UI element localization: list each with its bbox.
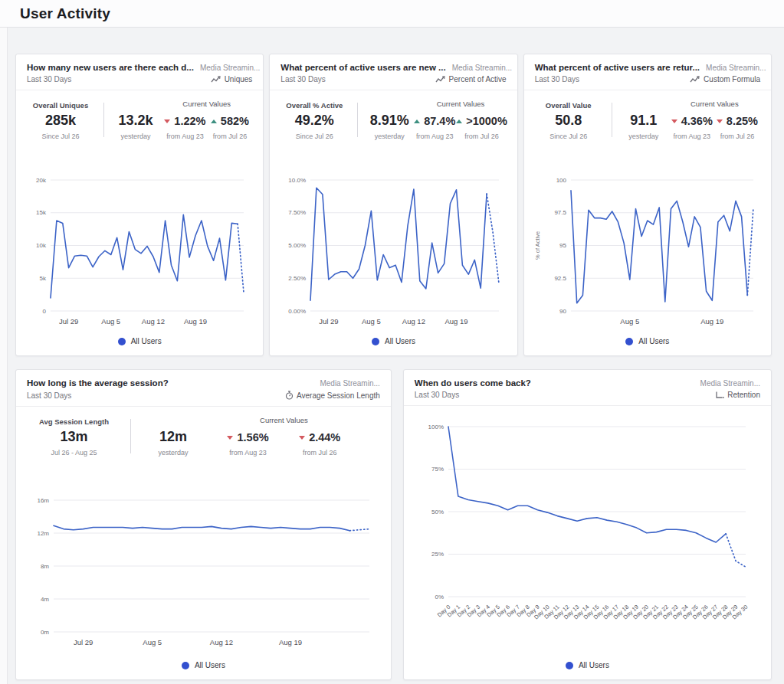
svg-text:90: 90 bbox=[559, 308, 566, 315]
stats-strip: Overall % Active 49.2% Since Jul 26 8.91… bbox=[270, 90, 517, 142]
svg-text:2.50%: 2.50% bbox=[289, 275, 307, 282]
stat-label: Overall Uniques bbox=[28, 101, 93, 110]
stat-value: 8.91% bbox=[366, 113, 413, 129]
legend-label: All Users bbox=[195, 661, 225, 669]
svg-text:Aug 12: Aug 12 bbox=[210, 638, 233, 646]
svg-text:97.5: 97.5 bbox=[554, 209, 566, 216]
delta-direction-icon bbox=[717, 119, 723, 123]
delta-stat: 2.44% from Jul 26 bbox=[299, 431, 340, 457]
stat-label: Avg Session Length bbox=[39, 417, 109, 426]
page-header: User Activity bbox=[0, 0, 784, 28]
svg-text:100: 100 bbox=[556, 177, 566, 184]
svg-text:0%: 0% bbox=[435, 593, 444, 600]
card-header: How long is the average session? Media S… bbox=[16, 370, 391, 407]
card-title-link[interactable]: What percent of active users are new ... bbox=[280, 63, 445, 72]
divider bbox=[103, 103, 104, 137]
current-values-label: Current Values bbox=[413, 100, 507, 108]
delta-stat: 87.4% from Aug 23 bbox=[414, 115, 455, 140]
card-title-link[interactable]: How long is the average session? bbox=[27, 378, 169, 388]
metric-type: Custom Formula bbox=[690, 75, 760, 83]
delta-value: >1000% bbox=[466, 115, 507, 127]
card-header: What percent of active users are new ...… bbox=[270, 54, 517, 90]
retention-icon bbox=[715, 391, 724, 399]
retention-chart[interactable]: 0%25%50%75%100%Day 0Day 1Day 2Day 3Day 4… bbox=[412, 414, 763, 647]
line-chart[interactable]: 05k10k15k20kJul 29Aug 5Aug 12Aug 19 bbox=[16, 142, 263, 331]
svg-text:Aug 12: Aug 12 bbox=[142, 317, 165, 326]
line-chart[interactable]: 0m4m8m12m16mJul 29Aug 5Aug 12Aug 19 bbox=[16, 458, 391, 655]
svg-text:100%: 100% bbox=[428, 423, 444, 430]
svg-text:95: 95 bbox=[559, 242, 566, 249]
stat-value: 13.2k bbox=[112, 113, 159, 129]
legend-dot bbox=[566, 662, 573, 669]
stats-strip: Avg Session Length 13m Jul 26 - Aug 25 1… bbox=[16, 407, 391, 458]
current-values-label: Current Values bbox=[668, 100, 762, 108]
delta-direction-icon bbox=[456, 119, 462, 123]
svg-text:Aug 19: Aug 19 bbox=[279, 638, 302, 646]
svg-text:Aug 19: Aug 19 bbox=[445, 317, 468, 326]
svg-text:12m: 12m bbox=[38, 530, 50, 537]
stats-strip: Overall Uniques 285k Since Jul 26 13.2k … bbox=[16, 90, 263, 142]
stats-strip: Overall Value 50.8 Since Jul 26 91.1 yes… bbox=[524, 90, 771, 142]
svg-text:0.00%: 0.00% bbox=[289, 308, 307, 315]
card-header: What percent of active users are retur..… bbox=[524, 54, 771, 90]
card-title-link[interactable]: When do users come back? bbox=[415, 378, 531, 388]
svg-text:Jul 29: Jul 29 bbox=[59, 317, 78, 326]
svg-text:0m: 0m bbox=[41, 629, 49, 636]
stopwatch-icon bbox=[285, 391, 294, 400]
legend-label: All Users bbox=[638, 337, 669, 345]
legend-dot bbox=[182, 662, 189, 669]
legend-dot bbox=[118, 338, 126, 345]
trend-line-icon bbox=[690, 76, 700, 83]
card-title-link[interactable]: What percent of active users are retur..… bbox=[535, 63, 700, 72]
divider bbox=[357, 103, 358, 137]
svg-text:% of Active: % of Active bbox=[534, 231, 541, 260]
line-chart[interactable]: 9092.59597.5100Aug 5Aug 19% of Active bbox=[524, 142, 771, 331]
delta-value: 8.25% bbox=[727, 115, 758, 127]
delta-sub: from Jul 26 bbox=[303, 449, 337, 457]
percent-active-chart[interactable]: 0.00%2.50%5.00%7.50%10.0%Jul 29Aug 5Aug … bbox=[277, 174, 510, 331]
chart-legend[interactable]: All Users bbox=[524, 331, 771, 355]
delta-stat: 1.56% from Aug 23 bbox=[227, 431, 268, 457]
delta-sub: from Jul 26 bbox=[464, 133, 499, 140]
date-range-label: Last 30 Days bbox=[27, 75, 71, 83]
legend-dot bbox=[372, 338, 379, 345]
line-chart[interactable]: 0.00%2.50%5.00%7.50%10.0%Jul 29Aug 5Aug … bbox=[270, 142, 517, 331]
chart-legend[interactable]: All Users bbox=[270, 331, 517, 355]
metric-label: Percent of Active bbox=[449, 75, 507, 83]
svg-text:5.00%: 5.00% bbox=[289, 242, 307, 249]
svg-text:8m: 8m bbox=[41, 563, 49, 570]
delta-direction-icon bbox=[671, 119, 677, 123]
metric-type: Average Session Length bbox=[285, 391, 380, 400]
svg-text:Aug 19: Aug 19 bbox=[700, 317, 723, 326]
chart-legend[interactable]: All Users bbox=[16, 331, 263, 355]
card-title-link[interactable]: How many new users are there each d... bbox=[27, 63, 194, 72]
stat-value: 49.2% bbox=[282, 113, 346, 129]
legend-label: All Users bbox=[131, 337, 162, 345]
stat-value: 13m bbox=[39, 429, 109, 445]
svg-text:50%: 50% bbox=[431, 508, 444, 515]
delta-sub: from Jul 26 bbox=[720, 133, 755, 140]
chart-legend[interactable]: All Users bbox=[404, 655, 771, 679]
delta-stat: 582% from Jul 26 bbox=[211, 115, 249, 140]
uniques-chart[interactable]: 05k10k15k20kJul 29Aug 5Aug 12Aug 19 bbox=[23, 174, 256, 331]
dashboard-content: How many new users are there each d... M… bbox=[0, 28, 784, 680]
svg-text:25%: 25% bbox=[431, 551, 444, 558]
line-chart[interactable]: 0%25%50%75%100%Day 0Day 1Day 2Day 3Day 4… bbox=[404, 406, 771, 655]
chart-legend[interactable]: All Users bbox=[16, 655, 391, 679]
delta-value: 1.22% bbox=[174, 115, 205, 127]
stat-value: 285k bbox=[28, 113, 93, 129]
card-percent-new: What percent of active users are new ...… bbox=[269, 54, 517, 356]
svg-text:5k: 5k bbox=[40, 275, 47, 282]
delta-direction-icon bbox=[299, 436, 305, 440]
session-length-chart[interactable]: 0m4m8m12m16mJul 29Aug 5Aug 12Aug 19 bbox=[25, 493, 382, 655]
date-range-label: Last 30 Days bbox=[280, 75, 325, 83]
delta-value: 4.36% bbox=[681, 115, 713, 127]
returning-percent-chart[interactable]: 9092.59597.5100Aug 5Aug 19% of Active bbox=[531, 174, 764, 331]
metric-type: Percent of Active bbox=[435, 75, 507, 83]
card-row-bottom: How long is the average session? Media S… bbox=[15, 369, 772, 680]
divider bbox=[130, 419, 131, 453]
delta-sub: from Aug 23 bbox=[166, 133, 204, 140]
svg-text:Aug 12: Aug 12 bbox=[402, 317, 425, 326]
card-source-label: Media Streamin... bbox=[200, 64, 260, 72]
delta-value: 87.4% bbox=[424, 115, 455, 127]
